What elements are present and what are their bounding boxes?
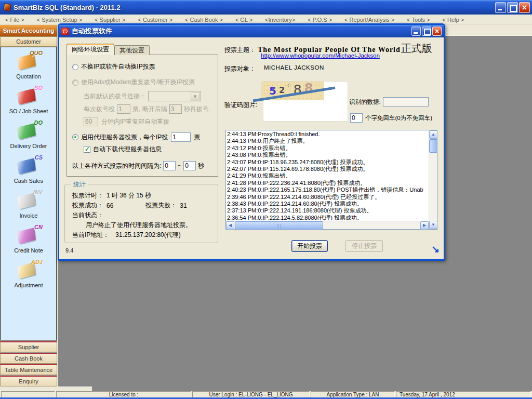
item-code-label: CN [34, 224, 43, 230]
window-titlebar[interactable]: SmartBiz SQL (Standard) - 2011.2 [0, 0, 532, 15]
menu-item[interactable]: < Cash Book > [185, 17, 223, 23]
stop-vote-button[interactable]: 停止投票 [345, 240, 383, 252]
tab-other-settings[interactable]: 其他设置 [114, 45, 150, 55]
scroll-right-button[interactable] [420, 221, 429, 230]
statistics-group: 统计 投票计时： 1 时 36 分 15 秒 投票成功： 66 投票失败： 31… [64, 184, 218, 243]
log-entry: 2:39:46 PM:0:IP:222.124.214.60:8080(代理) … [227, 194, 428, 201]
sidebar-item-label: SO / Job Sheet [9, 108, 48, 114]
recognized-data-input[interactable] [383, 97, 429, 107]
log-entry: 2:43:08 PM:0:投票出错。 [227, 152, 428, 158]
app-icon [3, 3, 11, 11]
timer-value: 1 时 36 分 15 秒 [107, 191, 151, 200]
dialog-close-button[interactable] [432, 26, 442, 36]
recognized-data-label: 识别的数据: [349, 98, 381, 106]
sidebar-item[interactable]: CN Credit Note [1, 224, 56, 259]
subject-suffix: 正式版 [401, 42, 432, 56]
sidebar-item[interactable]: DO Delivery Order [1, 120, 56, 155]
interval-to-input[interactable] [183, 161, 196, 170]
dialog-minimize-button[interactable] [411, 26, 421, 36]
dial-connection-combo[interactable] [148, 91, 201, 101]
vote-url-link[interactable]: http://www.whopopular.com/Michael-Jackso… [261, 52, 380, 59]
sidebar-item[interactable]: QUO Quotation [1, 50, 56, 85]
sidebar-item-label: Invoice [20, 212, 38, 219]
statusbar-spacer [1, 391, 55, 397]
dialog-icon [61, 28, 69, 35]
proxy-votes-input[interactable] [171, 132, 191, 142]
scroll-up-button[interactable] [429, 130, 437, 139]
footer-nav-button[interactable]: Table Maintenance [0, 364, 57, 375]
fail-label: 投票失败： [145, 201, 177, 210]
menu-item[interactable]: < P.O.S > [308, 17, 332, 23]
ip-repeat-label: 分钟内IP重复即自动重拨 [101, 117, 169, 126]
menu-item[interactable]: < GL > [235, 17, 252, 23]
ip-repeat-minutes-input[interactable] [84, 117, 98, 126]
enter-free-input[interactable] [350, 113, 363, 123]
target-row: 投票对象： MICHAEL JACKSON [224, 64, 324, 73]
sidebar-panel: QUO Quotation SO SO / Job Sheet DO Deliv… [1, 47, 57, 340]
radio-no-ip-change[interactable] [72, 64, 78, 70]
menu-item[interactable]: < System Setup > [37, 17, 82, 23]
statusbar-notch [0, 387, 92, 391]
log-view: 2:44:13 PM:ProxyThread0:I finished.2:44:… [227, 131, 428, 220]
captcha-char: 5 [269, 85, 276, 97]
start-vote-button[interactable]: 开始投票 [291, 240, 328, 252]
sidebar-item[interactable]: INV Invoice [1, 190, 56, 224]
vertical-scroll-thumb[interactable] [429, 139, 437, 153]
menu-item[interactable]: <Inventory> [265, 17, 295, 23]
item-code-label: ADJ [31, 259, 43, 265]
vertical-scrollbar[interactable] [429, 130, 437, 229]
menu-item[interactable]: < File > [5, 17, 24, 23]
close-button[interactable] [519, 2, 530, 13]
radio-modem-redial[interactable] [72, 79, 78, 86]
book-icon: CS [14, 155, 44, 177]
window-title: SmartBiz SQL (Standard) - 2011.2 [14, 4, 494, 11]
captcha-image[interactable]: 52c88 [263, 81, 348, 122]
sidebar-section-customer[interactable]: Customer [0, 36, 57, 47]
book-icon: DO [14, 120, 44, 142]
resize-arrow-icon[interactable]: ↘ [431, 243, 440, 255]
restore-button[interactable] [507, 2, 518, 13]
log-listbox[interactable]: 2:44:13 PM:ProxyThread0:I finished.2:44:… [225, 130, 437, 230]
sidebar-item[interactable]: CS Cash Sales [1, 155, 56, 190]
horizontal-scrollbar[interactable] [226, 221, 429, 229]
footer-nav-button[interactable]: Supplier [0, 341, 57, 352]
menu-item[interactable]: < Customer > [138, 17, 172, 23]
timer-label: 投票计时： [72, 191, 103, 200]
auto-download-checkbox[interactable] [84, 146, 90, 153]
footer-nav-button[interactable]: Enquiry [0, 376, 57, 387]
menu-item[interactable]: < Help > [443, 17, 464, 23]
menu-item[interactable]: < Supplier > [95, 17, 125, 23]
scroll-left-button[interactable] [226, 221, 234, 230]
statusbar-date: Tuesday, 17 April , 2012 [396, 391, 531, 397]
redial-seconds-input[interactable] [169, 104, 182, 114]
dial-connection-label: 当前默认的拨号连接： [84, 92, 146, 101]
footer-nav-button[interactable]: Cash Book [0, 353, 57, 364]
dialog-body: 网络环境设置 其他设置 不换IP或软件自动换IP投票 使用Ads或Modem重复… [59, 37, 444, 259]
scroll-down-button[interactable] [429, 221, 437, 229]
sidebar-header: Smart Accounting [0, 25, 57, 36]
log-entry: 2:38:43 PM:0:IP:222.124.214.60:80(代理) 投票… [227, 201, 428, 207]
captcha-label: 验证码图片: [224, 101, 257, 110]
horizontal-scroll-thumb[interactable] [235, 221, 323, 230]
dialog-title: 自动投票软件 [72, 26, 410, 36]
per-dial-mid: 票, 断开后隔 [132, 105, 167, 114]
tab-network-settings[interactable]: 网络环境设置 [66, 44, 114, 55]
dialog-maximize-button[interactable] [422, 26, 431, 36]
menu-item[interactable]: < Tools > [407, 17, 430, 23]
book-icon: INV [14, 190, 44, 211]
book-icon: CN [14, 224, 44, 246]
dialog-titlebar[interactable]: 自动投票软件 [59, 25, 444, 37]
target-label: 投票对象： [224, 64, 256, 73]
per-dial-votes-input[interactable] [117, 104, 130, 114]
success-label: 投票成功： [72, 201, 103, 210]
enter-free-label: 个字免回车(0为不免回车) [365, 114, 432, 122]
sidebar-item[interactable]: ADJ Adjustment [1, 259, 56, 294]
menu-item[interactable]: < Report/Analysis > [344, 17, 394, 23]
interval-from-input[interactable] [163, 161, 176, 170]
target-value: MICHAEL JACKSON [264, 64, 324, 73]
sidebar-item[interactable]: SO SO / Job Sheet [1, 85, 56, 120]
sidebar-item-label: Delivery Order [10, 143, 47, 149]
interval-tilde: ~ [178, 162, 181, 169]
minimize-button[interactable] [495, 2, 506, 13]
radio-proxy-voting[interactable] [72, 134, 78, 140]
